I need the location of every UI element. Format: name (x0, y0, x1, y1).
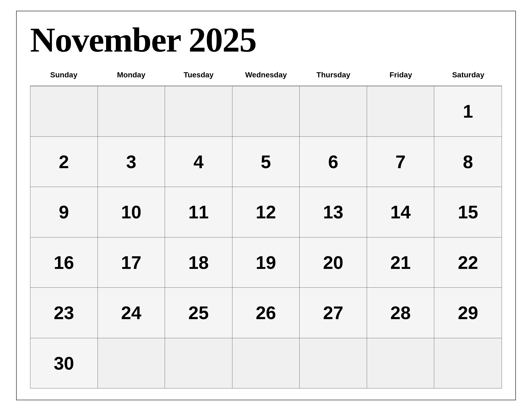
day-header-wednesday: Wednesday (232, 68, 300, 83)
calendar-cell-28[interactable]: 28 (367, 288, 434, 338)
calendar-cell-2[interactable]: 2 (30, 137, 98, 187)
calendar-cell-19[interactable]: 19 (232, 237, 300, 288)
day-number-16: 16 (54, 252, 74, 273)
day-number-8: 8 (463, 151, 473, 172)
day-headers: SundayMondayTuesdayWednesdayThursdayFrid… (30, 68, 502, 86)
day-number-2: 2 (59, 151, 69, 172)
calendar-cell-empty-5-2 (165, 338, 232, 388)
calendar-cell-15[interactable]: 15 (434, 187, 502, 237)
calendar-row-3: 16171819202122 (30, 237, 502, 288)
day-number-14: 14 (390, 201, 411, 222)
day-number-22: 22 (458, 252, 478, 273)
calendar-row-2: 9101112131415 (30, 187, 502, 237)
day-number-7: 7 (396, 151, 406, 172)
day-number-5: 5 (261, 151, 271, 172)
day-number-29: 29 (458, 302, 478, 323)
calendar-cell-4[interactable]: 4 (165, 137, 232, 187)
calendar-cell-empty-0-4 (300, 86, 367, 136)
calendar-cell-23[interactable]: 23 (30, 288, 98, 338)
calendar-cell-8[interactable]: 8 (434, 137, 502, 187)
calendar-cell-empty-5-5 (367, 338, 434, 388)
calendar-cell-18[interactable]: 18 (165, 237, 232, 288)
calendar-cell-empty-5-1 (98, 338, 165, 388)
day-number-13: 13 (323, 201, 343, 222)
calendar-cell-empty-5-3 (232, 338, 300, 388)
day-number-9: 9 (59, 201, 69, 222)
day-header-tuesday: Tuesday (165, 68, 232, 83)
day-header-thursday: Thursday (300, 68, 367, 83)
calendar-row-4: 23242526272829 (30, 287, 502, 338)
calendar-cell-empty-0-2 (165, 86, 232, 136)
calendar-grid: 1234567891011121314151617181920212223242… (30, 86, 502, 388)
calendar-cell-10[interactable]: 10 (98, 187, 165, 237)
calendar-cell-25[interactable]: 25 (165, 288, 232, 338)
calendar-cell-empty-5-6 (434, 338, 502, 388)
calendar-cell-12[interactable]: 12 (232, 187, 300, 237)
calendar-cell-empty-0-5 (367, 86, 434, 136)
calendar-cell-5[interactable]: 5 (232, 137, 300, 187)
calendar-row-1: 2345678 (30, 136, 502, 187)
calendar-cell-24[interactable]: 24 (98, 288, 165, 338)
day-number-23: 23 (54, 302, 74, 323)
calendar-cell-22[interactable]: 22 (434, 237, 502, 288)
calendar-cell-20[interactable]: 20 (300, 237, 367, 288)
calendar-cell-11[interactable]: 11 (165, 187, 232, 237)
calendar-cell-14[interactable]: 14 (367, 187, 434, 237)
day-number-26: 26 (256, 302, 276, 323)
calendar-cell-empty-0-3 (232, 86, 300, 136)
day-number-21: 21 (390, 252, 411, 273)
day-number-18: 18 (188, 252, 209, 273)
day-number-17: 17 (121, 252, 142, 273)
day-number-28: 28 (390, 302, 411, 323)
day-number-24: 24 (121, 302, 142, 323)
day-number-19: 19 (256, 252, 276, 273)
day-header-friday: Friday (367, 68, 434, 83)
day-number-27: 27 (323, 302, 343, 323)
day-number-6: 6 (328, 151, 338, 172)
calendar-cell-6[interactable]: 6 (300, 137, 367, 187)
day-header-monday: Monday (98, 68, 165, 83)
calendar-cell-16[interactable]: 16 (30, 237, 98, 288)
day-header-sunday: Sunday (30, 68, 98, 83)
calendar-cell-13[interactable]: 13 (300, 187, 367, 237)
calendar-body: 1234567891011121314151617181920212223242… (30, 86, 502, 388)
day-header-saturday: Saturday (434, 68, 502, 83)
calendar-cell-21[interactable]: 21 (367, 237, 434, 288)
calendar-row-0: 1 (30, 86, 502, 136)
calendar-cell-30[interactable]: 30 (30, 338, 98, 388)
calendar-title: November 2025 (30, 22, 502, 57)
day-number-15: 15 (458, 201, 478, 222)
calendar-cell-empty-0-1 (98, 86, 165, 136)
calendar-container: November 2025 SundayMondayTuesdayWednesd… (16, 11, 516, 400)
calendar-cell-29[interactable]: 29 (434, 288, 502, 338)
calendar-cell-26[interactable]: 26 (232, 288, 300, 338)
day-number-4: 4 (193, 151, 204, 172)
month-year-label: November 2025 (30, 20, 256, 59)
calendar-cell-empty-5-4 (300, 338, 367, 388)
calendar-cell-17[interactable]: 17 (98, 237, 165, 288)
calendar-cell-9[interactable]: 9 (30, 187, 98, 237)
calendar-cell-3[interactable]: 3 (98, 137, 165, 187)
day-number-12: 12 (256, 201, 276, 222)
calendar-cell-7[interactable]: 7 (367, 137, 434, 187)
day-number-30: 30 (54, 353, 74, 374)
calendar-cell-27[interactable]: 27 (300, 288, 367, 338)
day-number-11: 11 (188, 201, 209, 222)
calendar-cell-1[interactable]: 1 (434, 86, 502, 136)
day-number-3: 3 (126, 151, 136, 172)
day-number-10: 10 (121, 201, 142, 222)
calendar-row-5: 30 (30, 338, 502, 388)
calendar-cell-empty-0-0 (30, 86, 98, 136)
footer (30, 388, 502, 392)
day-number-25: 25 (188, 302, 209, 323)
day-number-1: 1 (463, 101, 473, 122)
day-number-20: 20 (323, 252, 343, 273)
